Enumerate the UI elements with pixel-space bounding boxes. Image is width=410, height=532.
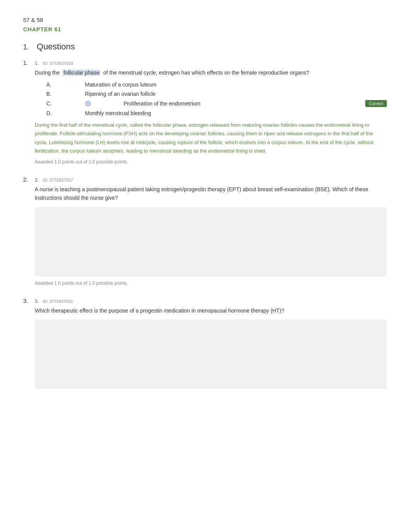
question-1-outer-num: 1. (23, 59, 31, 66)
question-3-blurred-options (35, 320, 387, 389)
question-2-id: ID: 3772637557 (43, 178, 73, 182)
option-b-letter: B. (46, 91, 54, 97)
option-b[interactable]: B. Ripening of an ovarian follicle (46, 91, 387, 97)
option-b-text: Ripening of an ovarian follicle (85, 91, 387, 97)
option-c-text: Proliferation of the endometrium (124, 100, 334, 107)
section-number: 1. (23, 43, 29, 51)
option-a[interactable]: A. Maturation of a corpus luteum (46, 82, 387, 88)
option-c-indicator (85, 100, 91, 107)
question-2-points: Awarded 1.0 points out of 1.0 possible p… (35, 280, 387, 286)
question-1-points: Awarded 1.0 points out of 1.0 possible p… (35, 159, 387, 165)
question-3-id: ID: 3772637551 (43, 299, 73, 304)
question-3: 3. 3. ID: 3772637551 Which therapeutic e… (23, 297, 387, 389)
chapter-name: CHAPTER 61 (23, 25, 387, 34)
option-a-letter: A. (46, 82, 54, 88)
chapter-header: 57 & 58 CHAPTER 61 (23, 15, 387, 34)
question-1-options: A. Maturation of a corpus luteum B. Ripe… (46, 82, 387, 116)
question-2-outer-num: 2. (23, 176, 31, 183)
question-1-text: During the follicular phase of the menst… (35, 68, 387, 77)
question-2-inner-num: 2. (35, 177, 39, 183)
question-2-text: A nurse is teaching a postmenopausal pat… (35, 185, 387, 202)
chapter-pages: 57 & 58 (23, 15, 387, 25)
option-d-text: Monthly menstrual bleeding (85, 110, 387, 116)
question-2-header: 2. 2. ID: 3772637557 (23, 176, 387, 183)
question-3-inner-num: 3. (35, 298, 39, 304)
question-2-blurred-options (35, 207, 387, 277)
section-title: 1. Questions (23, 42, 387, 52)
highlighted-follicular: follicular phase (63, 70, 100, 76)
option-a-text: Maturation of a corpus luteum (85, 82, 387, 88)
question-1: 1. 1. ID: 3772637553 During the follicul… (23, 59, 387, 165)
question-1-inner-num: 1. (35, 60, 39, 66)
question-3-text: Which therapeutic effect is the purpose … (35, 306, 387, 315)
option-c[interactable]: C. Proliferation of the endometrium Corr… (46, 100, 387, 107)
option-d-letter: D. (46, 110, 54, 116)
section-label: Questions (37, 42, 75, 52)
option-c-letter: C. (46, 100, 54, 107)
option-d[interactable]: D. Monthly menstrual bleeding (46, 110, 387, 116)
correct-badge: Correct (365, 100, 387, 107)
question-3-header: 3. 3. ID: 3772637551 (23, 297, 387, 304)
question-2: 2. 2. ID: 3772637557 A nurse is teaching… (23, 176, 387, 286)
question-1-explanation: During the first half of the menstrual c… (35, 121, 387, 155)
question-1-header: 1. 1. ID: 3772637553 (23, 59, 387, 66)
question-1-id: ID: 3772637553 (43, 61, 73, 66)
question-3-outer-num: 3. (23, 297, 31, 304)
